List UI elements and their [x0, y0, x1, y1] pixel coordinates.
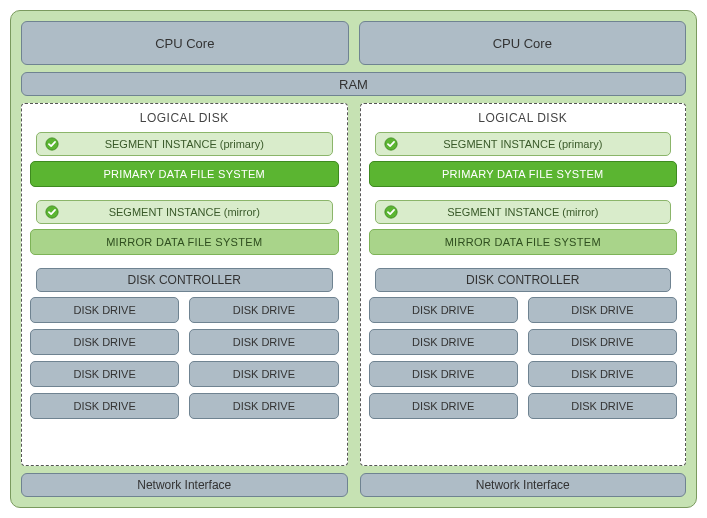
network-interface-1: Network Interface [360, 473, 687, 497]
check-circle-icon [45, 205, 59, 219]
segment-instance-primary-label: SEGMENT INSTANCE (primary) [105, 138, 264, 150]
disk-drive: DISK DRIVE [369, 297, 518, 323]
network-interface-0: Network Interface [21, 473, 348, 497]
check-circle-icon [384, 137, 398, 151]
disk-drive: DISK DRIVE [369, 393, 518, 419]
logical-disk-title: LOGICAL DISK [30, 110, 339, 127]
cpu-core-label: CPU Core [155, 36, 214, 51]
logical-disk-row: LOGICAL DISK SEGMENT INSTANCE (primary) … [21, 103, 686, 466]
disk-drive: DISK DRIVE [528, 297, 677, 323]
netif-label: Network Interface [476, 478, 570, 492]
logical-disk-0: LOGICAL DISK SEGMENT INSTANCE (primary) … [21, 103, 348, 466]
disk-drive: DISK DRIVE [189, 297, 338, 323]
check-circle-icon [45, 137, 59, 151]
mirror-data-file-system: MIRROR DATA FILE SYSTEM [30, 229, 339, 255]
ram-block: RAM [21, 72, 686, 96]
segment-instance-mirror-label: SEGMENT INSTANCE (mirror) [447, 206, 598, 218]
drive-grid: DISK DRIVE DISK DRIVE DISK DRIVE DISK DR… [369, 297, 678, 419]
segment-host: CPU Core CPU Core RAM LOGICAL DISK SEGME… [10, 10, 697, 508]
check-circle-icon [384, 205, 398, 219]
segment-instance-primary-label: SEGMENT INSTANCE (primary) [443, 138, 602, 150]
drive-grid: DISK DRIVE DISK DRIVE DISK DRIVE DISK DR… [30, 297, 339, 419]
disk-drive: DISK DRIVE [30, 393, 179, 419]
disk-drive: DISK DRIVE [189, 329, 338, 355]
segment-instance-primary: SEGMENT INSTANCE (primary) [375, 132, 672, 156]
cpu-core-0: CPU Core [21, 21, 349, 65]
segment-instance-mirror-label: SEGMENT INSTANCE (mirror) [109, 206, 260, 218]
disk-drive: DISK DRIVE [189, 393, 338, 419]
primary-data-file-system: PRIMARY DATA FILE SYSTEM [30, 161, 339, 187]
disk-drive: DISK DRIVE [30, 329, 179, 355]
mirror-fs-label: MIRROR DATA FILE SYSTEM [106, 236, 262, 248]
disk-drive: DISK DRIVE [528, 393, 677, 419]
primary-fs-label: PRIMARY DATA FILE SYSTEM [442, 168, 604, 180]
ram-label: RAM [339, 77, 368, 92]
logical-disk-1: LOGICAL DISK SEGMENT INSTANCE (primary) … [360, 103, 687, 466]
mirror-fs-label: MIRROR DATA FILE SYSTEM [445, 236, 601, 248]
primary-fs-label: PRIMARY DATA FILE SYSTEM [103, 168, 265, 180]
mirror-data-file-system: MIRROR DATA FILE SYSTEM [369, 229, 678, 255]
segment-instance-mirror: SEGMENT INSTANCE (mirror) [375, 200, 672, 224]
segment-instance-mirror: SEGMENT INSTANCE (mirror) [36, 200, 333, 224]
cpu-row: CPU Core CPU Core [21, 21, 686, 65]
disk-drive: DISK DRIVE [369, 361, 518, 387]
segment-instance-primary: SEGMENT INSTANCE (primary) [36, 132, 333, 156]
disk-drive: DISK DRIVE [528, 361, 677, 387]
disk-drive: DISK DRIVE [30, 361, 179, 387]
cpu-core-1: CPU Core [359, 21, 687, 65]
network-row: Network Interface Network Interface [21, 473, 686, 497]
cpu-core-label: CPU Core [493, 36, 552, 51]
disk-drive: DISK DRIVE [30, 297, 179, 323]
netif-label: Network Interface [137, 478, 231, 492]
disk-controller-label: DISK CONTROLLER [466, 273, 579, 287]
logical-disk-title: LOGICAL DISK [369, 110, 678, 127]
disk-controller: DISK CONTROLLER [375, 268, 672, 292]
disk-controller: DISK CONTROLLER [36, 268, 333, 292]
primary-data-file-system: PRIMARY DATA FILE SYSTEM [369, 161, 678, 187]
disk-drive: DISK DRIVE [528, 329, 677, 355]
disk-drive: DISK DRIVE [369, 329, 518, 355]
disk-controller-label: DISK CONTROLLER [128, 273, 241, 287]
disk-drive: DISK DRIVE [189, 361, 338, 387]
